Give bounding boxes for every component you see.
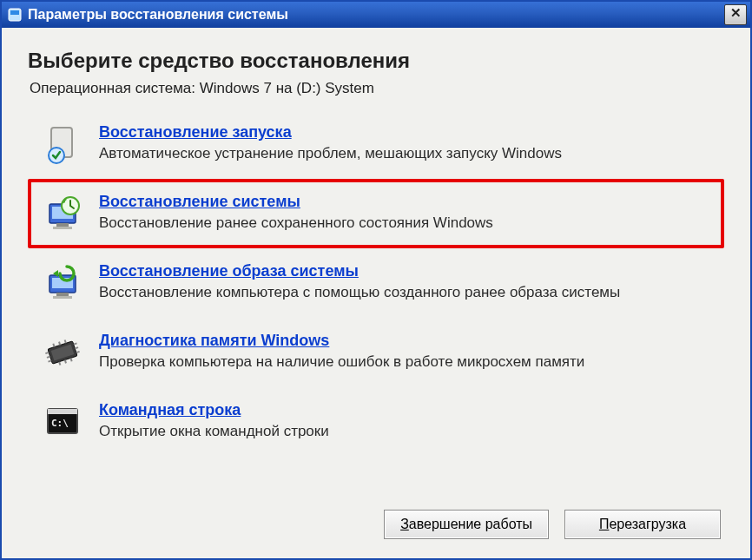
memory-diagnostic-link[interactable]: Диагностика памяти Windows <box>99 332 329 350</box>
shutdown-button[interactable]: Завершение работы <box>384 510 549 539</box>
shutdown-label-rest: авершение работы <box>409 517 532 531</box>
startup-repair-link[interactable]: Восстановление запуска <box>99 123 292 142</box>
svg-line-20 <box>48 360 51 361</box>
command-prompt-icon: C:\ <box>40 399 85 445</box>
svg-line-21 <box>74 343 77 344</box>
memory-diagnostic-desc: Проверка компьютера на наличие ошибок в … <box>99 353 712 371</box>
close-button[interactable]: ✕ <box>724 4 747 25</box>
window-body: Выберите средство восстановления Операци… <box>2 28 750 558</box>
image-recovery-desc: Восстановление компьютера с помощью созд… <box>99 284 712 301</box>
command-prompt-link[interactable]: Командная строка <box>99 401 241 419</box>
option-command-prompt: C:\ Командная строка Открытие окна коман… <box>28 387 724 457</box>
command-prompt-desc: Открытие окна командной строки <box>99 423 712 440</box>
shutdown-mnemonic: З <box>400 517 409 531</box>
restart-label-rest: ерезагрузка <box>609 517 686 531</box>
svg-text:C:\: C:\ <box>51 418 69 429</box>
window-title: Параметры восстановления системы <box>28 7 724 23</box>
restart-mnemonic: П <box>599 517 610 531</box>
svg-rect-14 <box>53 296 72 299</box>
system-restore-desc: Восстановление ранее сохраненного состоя… <box>99 214 712 232</box>
svg-line-28 <box>65 360 66 364</box>
close-icon: ✕ <box>730 5 742 20</box>
svg-rect-7 <box>56 223 69 227</box>
svg-line-24 <box>53 344 54 347</box>
svg-rect-1 <box>10 10 19 15</box>
svg-line-22 <box>75 347 78 348</box>
startup-repair-icon <box>40 122 85 167</box>
page-title: Выберите средство восстановления <box>28 49 724 73</box>
recovery-options-list: Восстановление запуска Автоматическое ус… <box>28 109 724 457</box>
startup-repair-desc: Автоматическое устранение проблем, мешаю… <box>99 145 712 162</box>
app-icon <box>7 7 23 23</box>
svg-line-23 <box>76 352 80 352</box>
svg-rect-8 <box>53 227 72 229</box>
system-restore-link[interactable]: Восстановление системы <box>99 193 300 211</box>
footer-buttons: Завершение работы Перезагрузка <box>28 497 724 544</box>
option-memory-diagnostic: Диагностика памяти Windows Проверка комп… <box>28 318 724 387</box>
restart-button[interactable]: Перезагрузка <box>564 510 721 539</box>
memory-diagnostic-icon <box>40 330 85 375</box>
option-startup-repair: Восстановление запуска Автоматическое ус… <box>28 109 724 179</box>
title-bar: Параметры восстановления системы ✕ <box>2 2 750 28</box>
svg-line-27 <box>59 362 60 366</box>
svg-line-19 <box>47 357 50 358</box>
image-recovery-link[interactable]: Восстановление образа системы <box>99 262 359 280</box>
svg-line-29 <box>70 358 71 361</box>
option-system-restore: Восстановление системы Восстановление ра… <box>28 179 724 248</box>
image-recovery-icon <box>40 260 85 306</box>
option-image-recovery: Восстановление образа системы Восстановл… <box>28 248 724 318</box>
svg-rect-31 <box>48 409 77 414</box>
recovery-options-window: Параметры восстановления системы ✕ Выбер… <box>0 0 752 560</box>
os-info: Операционная система: Windows 7 на (D:) … <box>30 80 724 97</box>
svg-line-18 <box>45 352 49 353</box>
svg-rect-13 <box>56 293 69 296</box>
system-restore-icon <box>40 191 85 236</box>
svg-line-25 <box>59 342 60 346</box>
svg-line-26 <box>65 339 66 343</box>
